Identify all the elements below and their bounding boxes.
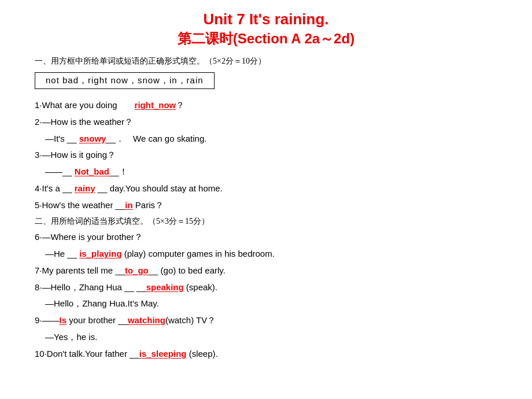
q6b-answer: is_playing (79, 249, 121, 258)
q1-answer: right_now (135, 100, 176, 110)
q9b: —Yes，he is. (45, 329, 497, 345)
q10-before: 10·Don't talk.Your father __ (35, 349, 139, 359)
q8: 8·—Hello，Zhang Hua __ __speaking (speak)… (35, 279, 497, 295)
q4-answer: rainy (75, 183, 95, 193)
q2b: —It's __ snowy__． We can go skating. (45, 131, 497, 147)
section1-label: 一、用方框中所给单词或短语的正确形式填空。（5×2分＝10分） (35, 56, 497, 66)
q8-answer: speaking (146, 282, 184, 292)
q8b-text: —Hello，Zhang Hua.It's May. (45, 298, 159, 308)
q9-before: 9·—— (35, 315, 60, 325)
q8-before: 8·—Hello，Zhang Hua __ __ (35, 282, 146, 292)
q9-after: (watch) TV？ (165, 315, 216, 325)
q7-before: 7·My parents tell me __ (35, 265, 125, 275)
q6b-before: —He __ (45, 249, 79, 258)
q4-before: 4·It's a __ (35, 183, 75, 193)
q8b: —Hello，Zhang Hua.It's May. (45, 295, 497, 312)
q9b-text: —Yes，he is. (45, 332, 97, 342)
section2-label: 二、用所给词的适当形式填空。（5×3分＝15分） (35, 216, 497, 227)
q3b: ——__ Not_bad__！ (45, 164, 497, 180)
q5: 5·How's the weather __in Paris？ (35, 197, 497, 213)
questions-section1: 1·What are you doing right_now？ 2·—How i… (35, 97, 497, 213)
q7: 7·My parents tell me __to_go__ (go) to b… (35, 263, 497, 279)
q6b-after: (play) computer games in his bedroom. (122, 249, 275, 258)
q9-answer1: Is (60, 315, 67, 325)
q5-before: 5·How's the weather __ (35, 200, 125, 210)
q6b: —He __ is_playing (play) computer games … (45, 246, 497, 262)
q7-answer: to_go (125, 265, 149, 275)
q10: 10·Don't talk.Your father __is_sleeping … (35, 346, 497, 362)
q6: 6·—Where is your brother？ (35, 229, 497, 245)
q7-after: __ (go) to bed early. (149, 265, 226, 275)
q3: 3·—How is it going？ (35, 147, 497, 163)
questions-section2: 6·—Where is your brother？ —He __ is_play… (35, 229, 497, 361)
q2: 2·—How is the weather？ (35, 114, 497, 130)
q3b-before: ——__ (45, 167, 75, 176)
title-en: Unit 7 It's raining. (35, 10, 497, 28)
q3b-after: __！ (109, 167, 128, 176)
q9: 9·——Is your brother __watching(watch) TV… (35, 312, 497, 328)
q10-after: (sleep). (186, 349, 217, 359)
q1: 1·What are you doing right_now？ (35, 97, 497, 113)
q3b-answer: Not_bad (75, 167, 109, 176)
q6-text: 6·—Where is your brother？ (35, 232, 143, 242)
q2b-after: __． We can go skating. (106, 134, 206, 143)
title-zh: 第二课时(Section A 2a～2d) (35, 29, 497, 48)
q1-end: ？ (176, 100, 184, 110)
q1-num: 1·What are you doing (35, 100, 135, 110)
q4: 4·It's a __ rainy __ day.You should stay… (35, 180, 497, 197)
q2b-before: —It's __ (45, 134, 79, 143)
q9-answer2: watching (128, 315, 165, 325)
q9-mid: your brother __ (66, 315, 128, 325)
q5-answer: in (125, 200, 132, 210)
q4-after: __ day.You should stay at home. (95, 183, 223, 193)
q8-after: (speak). (184, 282, 217, 292)
q5-after: Paris？ (133, 200, 164, 210)
q2-text: 2·—How is the weather？ (35, 117, 133, 127)
q10-answer: is_sleeping (139, 349, 187, 359)
q3-text: 3·—How is it going？ (35, 150, 116, 160)
word-box: not bad，right now，snow，in，rain (35, 72, 215, 89)
q2b-answer: snowy (79, 134, 106, 143)
